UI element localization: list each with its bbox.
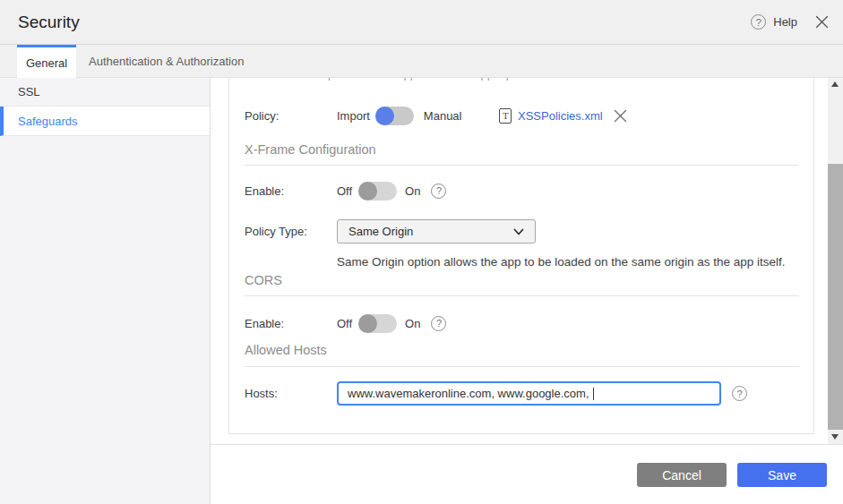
sidebar-item-safeguards[interactable]: Safeguards [0,107,210,136]
sidebar-item-ssl[interactable]: SSL [0,78,210,107]
policy-label: Policy: [245,109,337,123]
dialog-header: Security ? Help [0,0,843,45]
off-label: Off [337,317,352,330]
vertical-scrollbar[interactable] [828,78,843,444]
tab-authentication-authorization[interactable]: Authentication & Authorization [89,45,244,78]
xml-file-icon: T [499,108,512,124]
hosts-row: Hosts: www.wavemakeronline.com, www.goog… [245,381,799,406]
xframe-enable-toggle[interactable] [358,182,397,201]
enable-label: Enable: [245,184,337,198]
policy-type-label: Policy Type: [245,225,337,238]
enable-label: Enable: [245,317,337,330]
hosts-input-value: www.wavemakeronline.com, www.google.com, [348,387,592,400]
on-label: On [405,184,420,198]
scroll-down-icon[interactable] [831,434,839,440]
policy-type-row: Policy Type: Same Origin [245,219,799,243]
tab-general[interactable]: General [17,45,76,78]
toggle-knob [375,107,394,125]
divider [245,295,799,296]
policy-type-select[interactable]: Same Origin [337,219,536,243]
clipped-scrolled-text: prevention is applied for the app input … [328,78,570,81]
hosts-input[interactable]: www.wavemakeronline.com, www.google.com, [337,381,721,406]
remove-file-icon[interactable] [614,109,627,123]
close-icon[interactable] [815,0,829,44]
xframe-enable-help-icon[interactable]: ? [431,184,446,199]
chevron-down-icon [513,228,524,235]
sidebar: SSL Safeguards [0,78,211,504]
cancel-button[interactable]: Cancel [637,463,727,487]
text-caret [593,388,594,400]
hosts-label: Hosts: [245,387,337,400]
settings-scroll-area: prevention is applied for the app input … [211,78,843,444]
scrollbar-thumb[interactable] [828,164,843,430]
toggle-knob [358,182,377,201]
dialog-footer: Cancel Save [211,444,843,504]
off-label: Off [337,184,352,198]
cors-enable-help-icon[interactable]: ? [431,316,446,331]
policy-type-value: Same Origin [348,225,413,238]
xss-policies-file-link[interactable]: XSSPolicies.xml [518,109,603,123]
section-title-cors: CORS [245,273,282,287]
page-title: Security [18,0,80,44]
on-label: On [405,317,420,330]
xframe-enable-row: Enable: Off On ? [245,181,799,201]
toggle-knob [358,314,377,333]
manual-option-label: Manual [424,109,462,123]
divider [245,366,799,367]
xss-policy-row: Policy: Import Manual T XSSPolicies.xml [245,106,799,125]
cors-enable-row: Enable: Off On ? [245,313,799,333]
help-circle-icon: ? [751,14,766,30]
section-title-xframe: X-Frame Configuration [245,142,376,157]
section-title-allowed-hosts: Allowed Hosts [245,343,327,357]
policy-import-manual-toggle[interactable] [375,107,414,125]
policy-type-helper-text: Same Origin option allows the app to be … [337,255,786,269]
tab-bar: General Authentication & Authorization [0,45,843,78]
help-button[interactable]: ? Help [751,0,797,44]
settings-card: prevention is applied for the app input … [228,78,814,434]
cors-enable-toggle[interactable] [358,314,397,333]
divider [245,165,799,166]
hosts-help-icon[interactable]: ? [732,386,747,401]
save-button[interactable]: Save [737,463,827,487]
scroll-up-icon[interactable] [831,81,839,87]
import-option-label: Import [337,109,370,123]
